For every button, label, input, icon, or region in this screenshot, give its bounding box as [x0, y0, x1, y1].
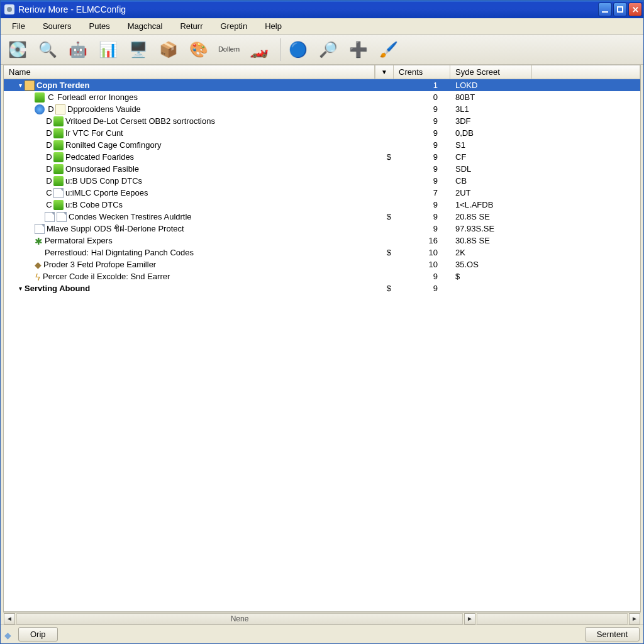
table-row[interactable]: Condes Wecken Trestires Auldrtle$920.8S …: [4, 211, 640, 223]
loupe-icon[interactable]: 🔍: [35, 37, 61, 62]
star-icon: ✱: [35, 236, 43, 246]
row-name: Mlave Suppl ODS ชิฝ-Derlone Protect: [47, 222, 184, 235]
box-icon[interactable]: 📦: [155, 37, 182, 62]
row-flag: [375, 199, 394, 211]
row-syde: 2K: [450, 247, 532, 258]
dollem-label[interactable]: Dollem: [216, 37, 242, 62]
scroll-right-button-1[interactable]: ►: [464, 613, 475, 625]
menu-returr[interactable]: Returr: [171, 18, 211, 34]
row-syde: SDL: [450, 163, 532, 175]
tree-toggle-icon[interactable]: ▾: [16, 82, 24, 89]
globe-icon[interactable]: 🔵: [285, 37, 311, 62]
row-crents: 16: [394, 235, 450, 247]
blue-icon: [35, 104, 45, 114]
col-syde[interactable]: Syde Screet: [450, 65, 532, 79]
zoom-icon[interactable]: 🔎: [315, 37, 341, 62]
row-syde: 0,DB: [450, 127, 532, 139]
row-crents: 1: [394, 79, 450, 91]
row-syde: $: [450, 270, 532, 282]
scroll-left-button[interactable]: ◄: [4, 613, 15, 625]
table-row[interactable]: DIr VTC For Cunt90,DB: [4, 127, 640, 139]
android-icon[interactable]: 🤖: [65, 37, 91, 62]
scroll-label: Nene: [231, 614, 249, 623]
scroll-track-aux[interactable]: [477, 613, 628, 625]
table-row[interactable]: CForleadl error Inonges080BT: [4, 91, 640, 103]
page-icon: [45, 212, 55, 222]
minimize-button[interactable]: [598, 3, 612, 16]
app-window: Reriow More - ELMCConfig ✕ FileSourersPu…: [0, 0, 644, 644]
row-flag: $: [375, 282, 394, 294]
col-crents[interactable]: Crents: [394, 65, 450, 79]
maximize-button[interactable]: [613, 3, 627, 16]
row-crents: 9: [394, 270, 450, 282]
table-row[interactable]: ϟPercer Code il Excolde: Snd Earrer9$: [4, 270, 640, 282]
serntent-button[interactable]: Serntent: [585, 627, 640, 641]
green-icon: [53, 176, 64, 186]
row-flag: [375, 223, 394, 235]
table-row[interactable]: ◆Proder 3 Fetd Profope Eamiller1035.OS: [4, 258, 640, 270]
green-icon: [35, 92, 45, 103]
table-row[interactable]: ▾Servting Abound$9: [4, 282, 640, 294]
table-row[interactable]: DVritoed De-Lot Cersett OBB2 sortroction…: [4, 115, 640, 127]
brush-icon-glyph: 🖌️: [379, 42, 398, 57]
row-syde: 97.93S.SE: [450, 223, 532, 235]
menu-greptin[interactable]: Greptin: [212, 18, 257, 34]
close-button[interactable]: ✕: [628, 3, 642, 16]
chart-icon[interactable]: 📊: [95, 37, 121, 62]
scroll-right-button-2[interactable]: ►: [629, 613, 640, 625]
row-name: u:iMLC Cporte Eepoes: [65, 188, 148, 197]
green-icon: [53, 140, 64, 150]
table-row[interactable]: Cu:iMLC Cporte Eepoes72UT: [4, 187, 640, 199]
monitor-icon[interactable]: 🖥️: [125, 37, 152, 62]
col-name[interactable]: Name: [4, 65, 375, 79]
type-letter: D: [45, 152, 53, 162]
row-flag: [375, 115, 394, 127]
palette-icon-glyph: 🎨: [189, 42, 208, 57]
row-flag: [375, 187, 394, 199]
row-syde: 3DF: [450, 115, 532, 127]
car-icon[interactable]: 🏎️: [246, 37, 272, 62]
row-flag: [375, 163, 394, 175]
row-syde: LOKD: [450, 79, 532, 91]
table-row[interactable]: ▾Copn Trerden1LOKD: [4, 79, 640, 91]
row-flag: [375, 79, 394, 91]
menu-putes[interactable]: Putes: [80, 18, 118, 34]
table-row[interactable]: DDpprooidens Vauide93L1: [4, 103, 640, 115]
tree-toggle-icon[interactable]: ▾: [16, 285, 24, 292]
type-letter: D: [45, 140, 53, 150]
toolbar-separator: [280, 38, 281, 61]
plus-icon-glyph: ➕: [349, 42, 368, 57]
table-row[interactable]: Mlave Suppl ODS ชิฝ-Derlone Protect997.9…: [4, 223, 640, 235]
green-icon: [53, 128, 64, 138]
brush-icon[interactable]: 🖌️: [375, 37, 402, 62]
green-icon: [53, 164, 64, 174]
scroll-track-main[interactable]: Nene: [16, 613, 463, 625]
plus-icon[interactable]: ➕: [345, 37, 372, 62]
table-row[interactable]: DOnsudoraed Fasible9SDL: [4, 163, 640, 175]
row-crents: 9: [394, 151, 450, 163]
table-row[interactable]: Du:B UDS Conp DTCs9CB: [4, 175, 640, 187]
table-row[interactable]: Perrestloud: Hal Digntating Panch Codes$…: [4, 247, 640, 258]
row-crents: 9: [394, 115, 450, 127]
disk-icon[interactable]: 💽: [4, 37, 31, 62]
cube-icon: ◆: [35, 260, 42, 270]
col-dropdown[interactable]: ▼: [375, 65, 394, 79]
row-crents: 7: [394, 187, 450, 199]
table-row[interactable]: ✱Permatoral Expers1630.8S SE: [4, 235, 640, 247]
menu-file[interactable]: File: [3, 18, 34, 34]
table-row[interactable]: DPedcated Foarides$9CF: [4, 151, 640, 163]
type-letter: D: [45, 176, 53, 186]
row-syde: 1<L.AFDB: [450, 199, 532, 211]
table-row[interactable]: Cu:B Cobe DTCs91<L.AFDB: [4, 199, 640, 211]
table-row[interactable]: DRonilted Cage Comfingory9S1: [4, 139, 640, 151]
orip-button[interactable]: Orip: [18, 627, 58, 641]
row-syde: 30.8S SE: [450, 235, 532, 247]
menu-help[interactable]: Help: [256, 18, 291, 34]
menu-sourers[interactable]: Sourers: [34, 18, 80, 34]
chevron-down-icon: ▼: [381, 69, 387, 75]
row-syde: S1: [450, 139, 532, 151]
type-letter: D: [45, 164, 53, 174]
menu-magchcal[interactable]: Magchcal: [119, 18, 172, 34]
main-table: Name ▼ Crents Syde Screet ▾Copn Trerden1…: [3, 65, 641, 612]
palette-icon[interactable]: 🎨: [186, 37, 212, 62]
